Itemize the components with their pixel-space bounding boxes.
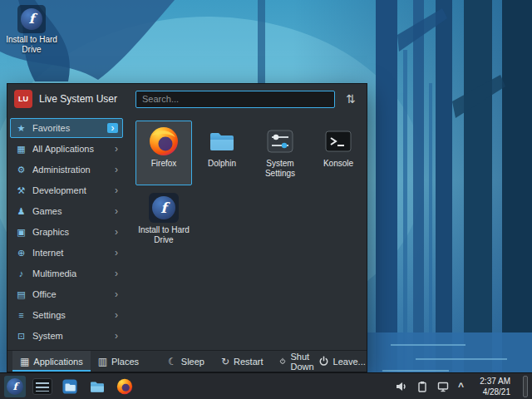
- administration-icon: ⚙: [15, 165, 27, 175]
- show-desktop-button[interactable]: [523, 376, 528, 397]
- sidebar-item-label: Internet: [32, 248, 110, 258]
- restart-button[interactable]: ↻ Restart: [221, 357, 264, 367]
- app-label: Install to Hard Drive: [137, 225, 190, 245]
- fedora-logo-icon: f: [152, 196, 175, 219]
- action-label: Leave...: [333, 357, 366, 367]
- chevron-right-icon: ›: [115, 165, 118, 175]
- app-system-settings[interactable]: System Settings: [252, 121, 308, 185]
- restart-icon: ↻: [221, 357, 229, 367]
- tab-label: Applications: [33, 357, 82, 367]
- folder-icon: [88, 377, 106, 396]
- session-actions: ☾ Sleep ↻ Restart Shut Down: [168, 352, 318, 372]
- chevron-right-icon: ›: [115, 310, 118, 320]
- sidebar-item-multimedia[interactable]: ♪ Multimedia ›: [10, 264, 123, 283]
- favorites-icon: ★: [15, 123, 27, 134]
- firefox-icon: [149, 126, 179, 156]
- leave-icon: [318, 356, 329, 367]
- tray-expand-icon[interactable]: ^: [458, 383, 464, 390]
- system-settings-icon: [265, 126, 295, 156]
- games-icon: ♟: [15, 206, 27, 217]
- launcher-sidebar: ★ Favorites › ▦ All Applications › ⚙ Adm…: [7, 114, 126, 350]
- app-label: System Settings: [254, 159, 307, 179]
- app-firefox[interactable]: Firefox: [135, 121, 192, 185]
- user-name: Live System User: [39, 93, 117, 105]
- sidebar-item-all-applications[interactable]: ▦ All Applications ›: [10, 139, 123, 159]
- clipboard-icon[interactable]: [416, 380, 429, 392]
- terminal-text-lines: [36, 382, 49, 392]
- action-label: Restart: [234, 357, 263, 367]
- sidebar-item-graphics[interactable]: ▣ Graphics ›: [10, 222, 123, 242]
- sidebar-item-label: Administration: [32, 165, 110, 175]
- konsole-taskbar-icon[interactable]: [32, 376, 53, 397]
- chevron-right-icon: ›: [115, 331, 118, 341]
- app-label: Firefox: [151, 159, 177, 169]
- shutdown-button[interactable]: Shut Down: [279, 352, 318, 372]
- system-tray: ^ 2:37 AM 4/28/21: [396, 376, 528, 397]
- sidebar-item-internet[interactable]: ⊕ Internet ›: [10, 243, 123, 263]
- fedora-installer-icon: f: [17, 5, 46, 33]
- chevron-right-icon: ›: [115, 206, 118, 216]
- dolphin-taskbar-icon[interactable]: [59, 376, 81, 397]
- app-install-to-hard-drive[interactable]: f Install to Hard Drive: [135, 187, 192, 252]
- leave-button[interactable]: Leave...: [318, 356, 369, 367]
- clock[interactable]: 2:37 AM 4/28/21: [472, 376, 510, 397]
- tab-label: Places: [111, 357, 139, 367]
- chevron-right-icon: ›: [115, 268, 118, 278]
- sidebar-item-label: Graphics: [32, 227, 110, 237]
- sidebar-item-label: All Applications: [32, 144, 110, 154]
- desktop-icon-install-to-hard-drive[interactable]: f Install to Hard Drive: [5, 5, 58, 54]
- launcher-footer: ▦ Applications ▥ Places ☾ Sleep ↻ Restar…: [7, 350, 367, 372]
- sidebar-item-system[interactable]: ⊡ System ›: [10, 326, 123, 346]
- graphics-icon: ▣: [15, 227, 27, 238]
- fedora-logo-icon: f: [7, 378, 23, 395]
- development-icon: ⚒: [15, 185, 27, 196]
- konsole-icon: [323, 126, 353, 156]
- all-applications-icon: ▦: [15, 144, 27, 155]
- tab-applications[interactable]: ▦ Applications: [12, 351, 91, 372]
- internet-icon: ⊕: [15, 248, 27, 259]
- app-label: Dolphin: [208, 159, 236, 169]
- chevron-right-icon: ›: [115, 227, 118, 237]
- sidebar-item-label: Favorites: [32, 123, 102, 133]
- action-label: Shut Down: [290, 352, 318, 372]
- application-launcher-menu: LU Live System User ⇅ ★ Favorites › ▦ Al…: [7, 83, 367, 372]
- sidebar-item-label: Development: [32, 185, 110, 195]
- multimedia-icon: ♪: [15, 268, 27, 278]
- sidebar-item-favorites[interactable]: ★ Favorites ›: [10, 118, 123, 138]
- sort-icon[interactable]: ⇅: [342, 92, 360, 106]
- sidebar-item-administration[interactable]: ⚙ Administration ›: [10, 160, 123, 180]
- chevron-right-icon: ›: [115, 185, 118, 195]
- action-label: Sleep: [181, 357, 204, 367]
- app-launcher-button[interactable]: f: [4, 376, 26, 397]
- sidebar-item-label: Games: [32, 206, 110, 216]
- sleep-moon-icon: ☾: [168, 357, 177, 367]
- sleep-button[interactable]: ☾ Sleep: [168, 357, 204, 367]
- volume-icon[interactable]: [396, 380, 408, 392]
- sidebar-item-settings[interactable]: ≡ Settings ›: [10, 305, 123, 325]
- sidebar-item-office[interactable]: ▤ Office ›: [10, 284, 123, 304]
- chevron-right-icon: ›: [107, 123, 118, 133]
- sidebar-item-development[interactable]: ⚒ Development ›: [10, 180, 123, 200]
- user-avatar[interactable]: LU: [14, 90, 32, 108]
- app-dolphin[interactable]: Dolphin: [194, 121, 250, 185]
- search-input[interactable]: [135, 91, 335, 108]
- clock-date: 4/28/21: [472, 387, 510, 397]
- chevron-right-icon: ›: [115, 289, 118, 299]
- sidebar-item-label: System: [32, 331, 110, 341]
- display-icon[interactable]: [437, 380, 450, 392]
- fedora-installer-icon: f: [149, 193, 179, 223]
- app-label: Konsole: [323, 159, 353, 169]
- app-konsole[interactable]: Konsole: [310, 121, 367, 185]
- folder-taskbar-icon[interactable]: [86, 376, 108, 397]
- office-icon: ▤: [15, 289, 27, 300]
- dolphin-icon: [207, 126, 237, 156]
- launcher-body: ★ Favorites › ▦ All Applications › ⚙ Adm…: [7, 114, 367, 350]
- settings-icon: ≡: [15, 310, 27, 320]
- firefox-taskbar-icon[interactable]: [114, 376, 135, 397]
- sidebar-item-label: Settings: [32, 310, 110, 320]
- sidebar-item-games[interactable]: ♟ Games ›: [10, 201, 123, 221]
- fedora-logo-icon: f: [21, 8, 42, 30]
- tab-places[interactable]: ▥ Places: [91, 351, 146, 372]
- chevron-right-icon: ›: [115, 248, 118, 258]
- chevron-right-icon: ›: [115, 144, 118, 154]
